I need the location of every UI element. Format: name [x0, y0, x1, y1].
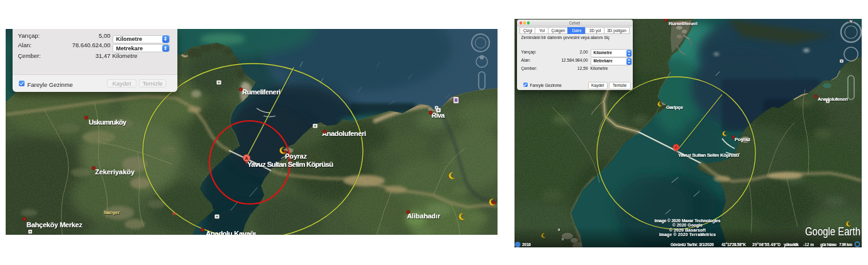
svg-text:29°06'55.49"D: 29°06'55.49"D [752, 242, 781, 247]
svg-text:Poyraz: Poyraz [285, 152, 308, 160]
svg-text:-12 m: -12 m [803, 242, 814, 247]
svg-text:yükseklik: yükseklik [784, 242, 799, 247]
svg-text:N: N [850, 20, 852, 23]
svg-text:Bahçeköy Merkez: Bahçeköy Merkez [26, 221, 83, 228]
svg-text:Google Earth: Google Earth [805, 225, 860, 238]
svg-text:41°12'28.58"K: 41°12'28.58"K [721, 242, 746, 247]
svg-text:Yavuz Sultan Selim Köprüsü: Yavuz Sultan Selim Köprüsü [247, 161, 333, 168]
svg-text:Zekeriyaköy: Zekeriyaköy [95, 168, 135, 176]
svg-text:Riva: Riva [431, 111, 445, 119]
svg-text:Poyraz: Poyraz [735, 137, 750, 142]
svg-text:2010: 2010 [522, 242, 531, 247]
svg-text:© 2020 Basarsoft: © 2020 Basarsoft [669, 228, 706, 232]
svg-text:Görüntü Tarihi: 3/1/2020: Görüntü Tarihi: 3/1/2020 [670, 242, 714, 247]
svg-text:Alibahadır: Alibahadır [407, 212, 441, 220]
svg-text:Rumelifeneri: Rumelifeneri [669, 21, 698, 26]
svg-text:Rumelifeneri: Rumelifeneri [242, 88, 281, 96]
svg-text:Anadolufeneri: Anadolufeneri [818, 96, 848, 102]
svg-text:Image © 2020 TerraMetrics: Image © 2020 TerraMetrics [659, 232, 716, 237]
svg-text:Anadolufeneri: Anadolufeneri [322, 130, 366, 137]
svg-text:A: A [675, 145, 678, 149]
svg-text:göz hizası: göz hizası [820, 242, 837, 247]
svg-text:Uskumruköy: Uskumruköy [89, 118, 127, 126]
svg-text:Yavuz Sultan Selim Köprüsü: Yavuz Sultan Selim Köprüsü [678, 152, 739, 158]
svg-text:A: A [245, 155, 248, 161]
svg-text:Garipçe: Garipçe [666, 104, 684, 110]
svg-text:7.99 km: 7.99 km [839, 242, 852, 247]
svg-text:H: H [172, 211, 176, 217]
svg-text:Anadolu Kavağı: Anadolu Kavağı [206, 230, 256, 235]
svg-text:Sarıyer: Sarıyer [104, 210, 120, 215]
